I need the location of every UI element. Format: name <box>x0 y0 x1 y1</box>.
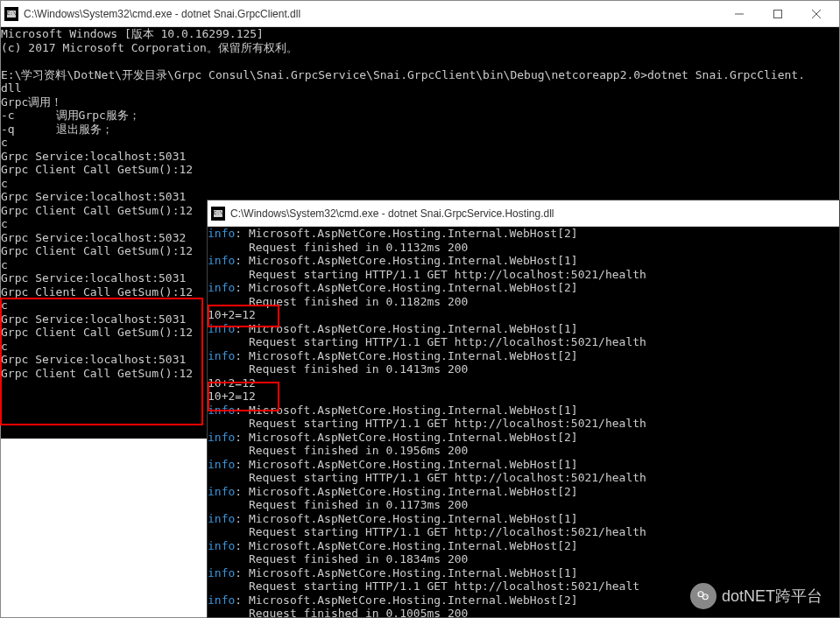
svg-point-7 <box>701 593 702 593</box>
cmd-icon: C:\ <box>211 207 225 221</box>
minimize-button[interactable] <box>720 2 759 26</box>
svg-rect-1 <box>774 10 782 18</box>
maximize-button[interactable] <box>759 2 797 26</box>
main-window-controls <box>720 2 836 26</box>
service-window-title: C:\Windows\System32\cmd.exe - dotnet Sna… <box>230 207 836 220</box>
main-window-title: C:\Windows\System32\cmd.exe - dotnet Sna… <box>24 8 720 20</box>
service-cmd-window: C:\ C:\Windows\System32\cmd.exe - dotnet… <box>207 200 840 618</box>
svg-point-5 <box>702 594 708 600</box>
svg-point-6 <box>699 593 700 593</box>
watermark-text: dotNET跨平台 <box>722 586 822 607</box>
service-console-body[interactable]: info: Microsoft.AspNetCore.Hosting.Inter… <box>208 227 839 617</box>
main-titlebar[interactable]: C:\ C:\Windows\System32\cmd.exe - dotnet… <box>1 1 839 27</box>
service-console-text: info: Microsoft.AspNetCore.Hosting.Inter… <box>208 227 839 617</box>
service-titlebar[interactable]: C:\ C:\Windows\System32\cmd.exe - dotnet… <box>208 200 839 227</box>
svg-point-9 <box>706 595 707 596</box>
svg-point-8 <box>703 595 704 596</box>
wechat-icon <box>690 583 716 609</box>
cmd-icon: C:\ <box>4 7 18 21</box>
watermark: dotNET跨平台 <box>690 583 822 609</box>
close-button[interactable] <box>797 2 836 26</box>
